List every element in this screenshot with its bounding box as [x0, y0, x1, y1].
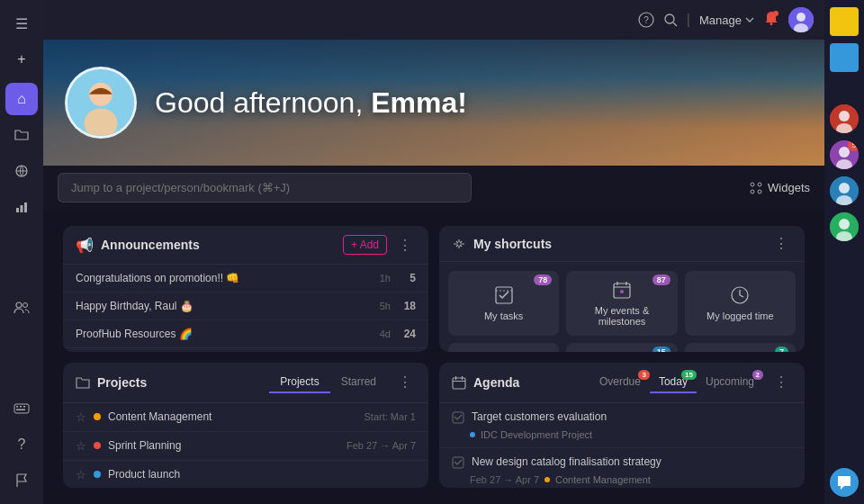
svg-line-37 — [740, 295, 743, 297]
shortcut-bookmarks[interactable]: 7 Bookmarks — [685, 343, 796, 352]
shortcuts-widget: My shortcuts ⋮ 78 My tasks 87 — [439, 226, 805, 352]
agenda-project-dot — [544, 477, 550, 482]
announcements-more-button[interactable]: ⋮ — [394, 237, 416, 254]
tab-overdue[interactable]: Overdue 3 — [590, 372, 650, 393]
clock-icon — [730, 285, 750, 305]
svg-rect-3 — [24, 202, 27, 212]
svg-point-4 — [16, 302, 22, 308]
upcoming-badge: 2 — [752, 370, 763, 380]
tasks-badge: 78 — [534, 274, 552, 285]
events-badge: 87 — [652, 274, 670, 285]
svg-point-15 — [770, 22, 773, 25]
tab-today[interactable]: Today 15 — [650, 372, 697, 393]
chart-icon[interactable] — [5, 191, 38, 223]
projects-list: ☆ Content Management Start: Mar 1 ☆ Spri… — [63, 403, 428, 489]
shortcuts-header: My shortcuts ⋮ — [439, 226, 805, 262]
right-avatar-1[interactable] — [830, 104, 859, 133]
globe-icon[interactable] — [5, 155, 38, 187]
notification-icon[interactable] — [763, 10, 779, 30]
folder-icon[interactable] — [5, 119, 38, 151]
projects-tabs: Projects Starred — [269, 372, 387, 393]
project-dot — [94, 413, 101, 420]
project-item[interactable]: ☆ Content Management Start: Mar 1 — [63, 403, 428, 432]
svg-point-13 — [665, 14, 674, 23]
projects-more-button[interactable]: ⋮ — [394, 374, 416, 391]
avatar-unread-badge: 5 — [848, 140, 859, 151]
svg-rect-9 — [23, 406, 25, 408]
people-icon[interactable] — [5, 292, 38, 324]
svg-point-48 — [839, 111, 850, 122]
topbar-divider: | — [687, 12, 690, 28]
agenda-widget: Agenda Overdue 3 Today 15 Upcoming 2 — [439, 363, 805, 489]
help-icon[interactable]: ? — [5, 428, 38, 461]
announcement-item[interactable]: Happy Birthday, Raul 🎂 5h 18 — [63, 292, 428, 320]
projects-icon — [76, 376, 90, 389]
topbar: ? | Manage — [43, 0, 824, 40]
shortcut-events[interactable]: 87 My events & milestones — [566, 271, 677, 336]
agenda-item[interactable]: Target customers evaluation IDC Developm… — [439, 403, 805, 448]
svg-text:?: ? — [644, 15, 649, 25]
shortcut-logged-time[interactable]: My logged time — [685, 271, 796, 336]
tab-starred[interactable]: Starred — [330, 372, 387, 393]
search-icon[interactable] — [663, 13, 678, 27]
right-avatar-2[interactable]: 5 — [830, 140, 859, 169]
user-avatar[interactable] — [788, 7, 814, 32]
left-sidebar: ☰ + ⌂ — [0, 0, 43, 504]
content-grid: 📢 Announcements + Add ⋮ Congratulations … — [43, 210, 824, 504]
right-avatar-3[interactable] — [830, 176, 859, 205]
agenda-more-button[interactable]: ⋮ — [770, 374, 792, 391]
announcements-list: Congratulations on promotion!! 👊 1h 5 Ha… — [63, 265, 428, 348]
svg-line-14 — [673, 22, 677, 26]
svg-point-25 — [758, 183, 761, 186]
agenda-item[interactable]: New design catalog finalisation strategy… — [439, 448, 805, 489]
tab-projects[interactable]: Projects — [269, 372, 329, 393]
announcement-item[interactable]: ProofHub Resources 🌈 4d 24 — [63, 320, 428, 348]
search-bar: Widgets — [43, 166, 824, 210]
svg-point-34 — [620, 290, 624, 293]
agenda-title: Agenda — [473, 375, 583, 390]
stickies-badge: 15 — [652, 346, 670, 352]
svg-rect-45 — [453, 412, 464, 423]
svg-point-54 — [839, 183, 850, 194]
topbar-actions: ? | Manage — [638, 7, 814, 32]
svg-point-16 — [773, 11, 778, 16]
blue-square — [830, 43, 859, 72]
shortcut-activities[interactable]: My activities — [448, 343, 559, 352]
announcements-add-button[interactable]: + Add — [343, 235, 387, 255]
svg-rect-1 — [16, 208, 19, 212]
svg-point-27 — [758, 190, 761, 194]
hero-section: Good afternoon, Emma! — [43, 40, 824, 166]
project-item[interactable]: ☆ Sprint Planning Feb 27 → Apr 7 — [63, 432, 428, 461]
svg-point-57 — [839, 219, 850, 230]
announcements-title: Announcements — [101, 238, 336, 252]
svg-rect-2 — [21, 205, 23, 212]
shortcut-my-tasks[interactable]: 78 My tasks — [448, 271, 559, 336]
keyboard-icon[interactable] — [5, 392, 38, 425]
right-avatar-4[interactable] — [830, 212, 859, 241]
right-sidebar: 5 — [824, 0, 864, 504]
announcement-item[interactable]: Congratulations on promotion!! 👊 1h 5 — [63, 265, 428, 292]
search-input[interactable] — [58, 173, 472, 202]
star-icon: ☆ — [76, 468, 86, 482]
main-content: ? | Manage — [43, 0, 824, 504]
add-icon[interactable]: + — [5, 43, 38, 76]
widgets-button[interactable]: Widgets — [750, 181, 810, 194]
today-badge: 15 — [681, 370, 697, 380]
shortcuts-more-button[interactable]: ⋮ — [770, 235, 792, 252]
chat-button[interactable] — [830, 468, 859, 497]
manage-button[interactable]: Manage — [699, 14, 754, 27]
svg-rect-41 — [453, 378, 465, 389]
svg-rect-46 — [453, 457, 464, 468]
hero-avatar — [65, 67, 137, 139]
project-item[interactable]: ☆ Product launch — [63, 461, 428, 489]
projects-widget: Projects Projects Starred ⋮ ☆ Content Ma… — [63, 363, 428, 489]
home-icon[interactable]: ⌂ — [5, 83, 38, 115]
agenda-tabs: Overdue 3 Today 15 Upcoming 2 — [590, 372, 763, 393]
hero-greeting: Good afternoon, Emma! — [155, 86, 467, 120]
flag-icon[interactable] — [5, 464, 38, 497]
agenda-project-dot — [470, 432, 475, 437]
shortcut-stickies[interactable]: 15 Stickies — [566, 343, 677, 352]
help-circle-icon[interactable]: ? — [638, 12, 654, 28]
menu-icon[interactable]: ☰ — [5, 7, 38, 40]
tab-upcoming[interactable]: Upcoming 2 — [697, 372, 763, 393]
